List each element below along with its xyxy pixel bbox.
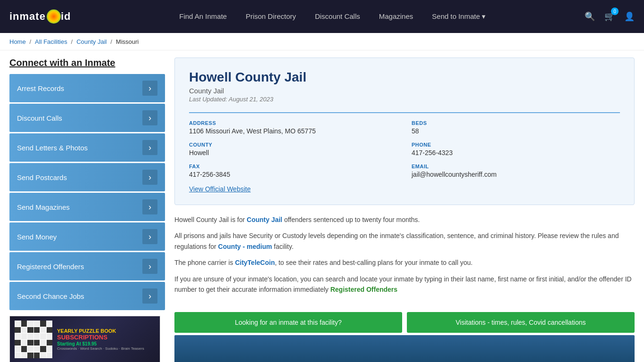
nav-find-inmate[interactable]: Find An Inmate	[179, 10, 227, 23]
main-nav: Find An Inmate Prison Directory Discount…	[94, 10, 570, 23]
address-value: 1106 Missouri Ave, West Plains, MO 65775	[189, 127, 397, 135]
chevron-right-icon: ›	[142, 110, 157, 125]
breadcrumb-all-facilities[interactable]: All Facilities	[35, 38, 67, 45]
citytelecoin-link[interactable]: CityTeleCoin	[235, 259, 275, 266]
nav-send-to-inmate[interactable]: Send to Inmate	[432, 10, 486, 23]
facility-name: Howell County Jail	[189, 70, 620, 85]
sidebar-item-send-money[interactable]: Send Money ›	[9, 222, 165, 251]
official-website-link[interactable]: View Official Website	[189, 185, 251, 193]
facility-details: ADDRESS 1106 Missouri Ave, West Plains, …	[189, 112, 620, 178]
address-label: ADDRESS	[189, 120, 397, 126]
main-container: Connect with an Inmate Arrest Records › …	[0, 50, 644, 362]
logo-icon	[47, 9, 61, 24]
registered-offenders-link[interactable]: Registered Offenders	[330, 286, 397, 293]
desc-paragraph-4: If you are unsure of your inmate's locat…	[174, 274, 635, 295]
sidebar-item-send-magazines[interactable]: Send Magazines ›	[9, 193, 165, 221]
sidebar-item-label: Send Letters & Photos	[17, 144, 88, 152]
chevron-right-icon: ›	[142, 259, 157, 274]
chevron-right-icon: ›	[142, 140, 157, 155]
sidebar-item-discount-calls[interactable]: Discount Calls ›	[9, 104, 165, 132]
chevron-right-icon: ›	[142, 81, 157, 96]
nav-magazines[interactable]: Magazines	[379, 10, 413, 23]
sidebar-item-second-chance-jobs[interactable]: Second Chance Jobs ›	[9, 282, 165, 310]
breadcrumb-sep2: /	[71, 38, 73, 45]
sidebar-item-label: Discount Calls	[17, 114, 62, 122]
sidebar-item-label: Arrest Records	[17, 84, 64, 92]
breadcrumb-state: Missouri	[116, 38, 139, 45]
visitations-button[interactable]: Visitations - times, rules, Covid cancel…	[407, 312, 635, 333]
sidebar-item-label: Send Postcards	[17, 173, 67, 181]
sidebar-title: Connect with an Inmate	[9, 58, 165, 68]
detail-phone: PHONE 417-256-4323	[412, 142, 620, 156]
search-icon[interactable]: 🔍	[585, 11, 595, 22]
ad-price: Starting At $19.95	[57, 341, 155, 346]
logo-text2: id	[61, 10, 71, 23]
cart-badge: 0	[611, 8, 619, 15]
desc-paragraph-1: Howell County Jail is for County Jail of…	[174, 214, 635, 225]
cart-icon[interactable]: 🛒 0	[604, 11, 615, 22]
beds-label: BEDS	[412, 120, 620, 126]
phone-value: 417-256-4323	[412, 149, 620, 156]
breadcrumb-sep3: /	[110, 38, 112, 45]
detail-beds: BEDS 58	[412, 120, 620, 135]
sidebar-item-label: Send Money	[17, 233, 57, 241]
nav-prison-directory[interactable]: Prison Directory	[246, 10, 296, 23]
ad-crossword-image	[15, 321, 52, 358]
logo[interactable]: inmate id	[9, 9, 71, 24]
bottom-strip	[174, 335, 635, 362]
breadcrumb-county-jail[interactable]: County Jail	[76, 38, 107, 45]
county-jail-link[interactable]: County Jail	[247, 216, 282, 223]
sidebar-item-arrest-records[interactable]: Arrest Records ›	[9, 74, 165, 102]
county-label: COUNTY	[189, 142, 397, 148]
desc-paragraph-3: The phone carrier is CityTeleCoin, to se…	[174, 257, 635, 268]
looking-for-inmate-button[interactable]: Looking for an inmate at this facility?	[174, 312, 402, 333]
desc-paragraph-2: All prisons and jails have Security or C…	[174, 230, 635, 252]
logo-text: inmate	[9, 10, 46, 23]
detail-fax: FAX 417-256-3845	[189, 164, 397, 178]
breadcrumb: Home / All Facilities / County Jail / Mi…	[0, 33, 644, 50]
facility-updated: Last Updated: August 21, 2023	[189, 96, 620, 103]
action-buttons: Looking for an inmate at this facility? …	[174, 312, 635, 333]
ad-subtitle: Subscriptions	[57, 334, 155, 341]
ad-types: Crosswords · Word Search · Sudoku · Brai…	[57, 346, 155, 351]
ad-title: Yearly Puzzle Book	[57, 328, 155, 334]
facility-description: Howell County Jail is for County Jail of…	[174, 214, 635, 307]
sidebar-item-send-letters[interactable]: Send Letters & Photos ›	[9, 133, 165, 162]
sidebar-item-label: Registered Offenders	[17, 263, 84, 271]
county-value: Howell	[189, 149, 397, 156]
chevron-right-icon: ›	[142, 288, 157, 304]
header-icons: 🔍 🛒 0 👤	[585, 11, 635, 22]
chevron-right-icon: ›	[142, 229, 157, 244]
fax-value: 417-256-3845	[189, 171, 397, 178]
nav-discount-calls[interactable]: Discount Calls	[315, 10, 360, 23]
breadcrumb-sep1: /	[30, 38, 32, 45]
content-area: Howell County Jail County Jail Last Upda…	[174, 58, 635, 362]
sidebar-item-send-postcards[interactable]: Send Postcards ›	[9, 163, 165, 191]
ad-banner[interactable]: Yearly Puzzle Book Subscriptions Startin…	[9, 316, 160, 362]
facility-type: County Jail	[189, 87, 620, 95]
email-label: EMAIL	[412, 164, 620, 169]
sidebar-item-label: Send Magazines	[17, 203, 70, 211]
detail-address: ADDRESS 1106 Missouri Ave, West Plains, …	[189, 120, 397, 135]
sidebar-menu: Arrest Records › Discount Calls › Send L…	[9, 74, 165, 310]
sidebar: Connect with an Inmate Arrest Records › …	[9, 58, 165, 362]
user-icon[interactable]: 👤	[624, 11, 635, 22]
detail-county: COUNTY Howell	[189, 142, 397, 156]
sidebar-item-registered-offenders[interactable]: Registered Offenders ›	[9, 252, 165, 280]
chevron-right-icon: ›	[142, 170, 157, 185]
breadcrumb-home[interactable]: Home	[9, 38, 26, 45]
detail-email: EMAIL jail@howellcountysheriff.com	[412, 164, 620, 178]
chevron-right-icon: ›	[142, 199, 157, 214]
facility-card: Howell County Jail County Jail Last Upda…	[174, 58, 635, 205]
email-value: jail@howellcountysheriff.com	[412, 171, 620, 178]
ad-text-area: Yearly Puzzle Book Subscriptions Startin…	[57, 328, 155, 351]
fax-label: FAX	[189, 164, 397, 169]
sidebar-item-label: Second Chance Jobs	[17, 292, 84, 300]
beds-value: 58	[412, 127, 620, 135]
phone-label: PHONE	[412, 142, 620, 148]
county-medium-link[interactable]: County - medium	[218, 243, 272, 250]
